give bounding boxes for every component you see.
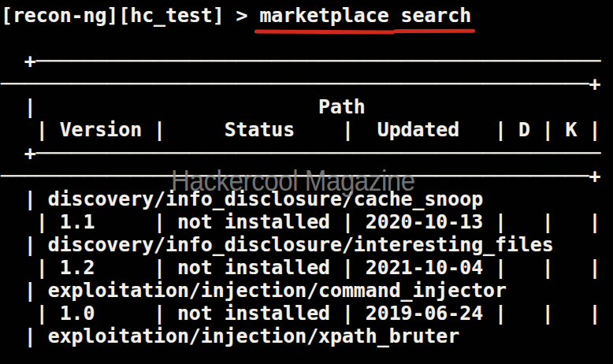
- table-header-columns-line: | Version | Status | Updated | D | K |: [1, 118, 613, 141]
- prompt-line: [recon-ng][hc_test] > marketplace search: [1, 4, 613, 27]
- row-command-injector-path: | exploitation/injection/command_injecto…: [1, 279, 613, 302]
- table-border-top-part1: +───────────────────────────────────────…: [1, 50, 613, 72]
- blank-line-bottom: [1, 347, 613, 364]
- row-command-injector-values: | 1.0 | not installed | 2019-06-24 | | |: [1, 302, 613, 325]
- terminal-screen[interactable]: [recon-ng][hc_test] > marketplace search…: [0, 0, 613, 364]
- red-underline-annotation-segment-1: [254, 30, 395, 35]
- row-cache-snoop-values: | 1.1 | not installed | 2020-10-13 | | |: [1, 210, 613, 233]
- red-underline-annotation-segment-2: [393, 29, 475, 33]
- table-header-path-line: | Path: [1, 95, 613, 118]
- table-border-mid-part1: +───────────────────────────────────────…: [1, 142, 613, 165]
- row-interesting-files-path: | discovery/info_disclosure/interesting_…: [1, 233, 613, 256]
- watermark-text: Hackercool Magazine: [171, 167, 415, 195]
- table-border-top-part2: ────────────────────────────────────────…: [1, 72, 613, 95]
- row-interesting-files-values: | 1.2 | not installed | 2021-10-04 | | |: [1, 256, 613, 279]
- row-xpath-bruter-path: | exploitation/injection/xpath_bruter: [1, 325, 613, 347]
